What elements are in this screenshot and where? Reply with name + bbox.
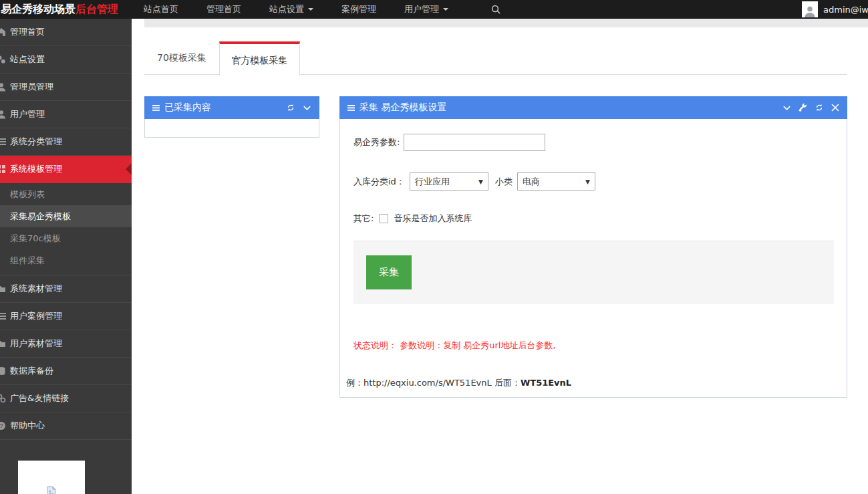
sidebar-item-label: 站点设置 [10, 54, 45, 64]
example-prefix: 例：http://eqxiu.com/s/WT51EvnL 后面： [346, 378, 521, 388]
sidebar-item-label: 管理首页 [10, 27, 45, 37]
example-line: 例：http://eqxiu.com/s/WT51EvnL 后面：WT51Evn… [346, 377, 571, 389]
user-icon [0, 82, 6, 92]
active-item-arrow-icon [126, 163, 132, 175]
topnav-admin-home[interactable]: 管理首页 [206, 3, 241, 15]
wrench-icon[interactable] [799, 104, 807, 112]
submenu-item-collect-eqxiu[interactable]: 采集易企秀模板 [0, 205, 132, 227]
sidebar-item-user-material[interactable]: 用户素材管理 [0, 330, 132, 358]
gears-icon [0, 55, 6, 64]
submenu-item-component-collect[interactable]: 组件采集 [0, 249, 132, 271]
hamburger-icon [152, 105, 160, 111]
category-label: 入库分类id： [353, 176, 405, 188]
eqxiu-param-input[interactable] [404, 134, 545, 151]
sidebar-item-user-case[interactable]: 用户案例管理 [0, 303, 132, 330]
svg-text:?: ? [0, 422, 3, 429]
category-row: 入库分类id： 行业应用 ▼ 小类 电商 ▼ [353, 172, 595, 191]
other-label: 其它: [353, 213, 374, 225]
sidebar-item-system-category[interactable]: 系统分类管理 [0, 128, 132, 156]
sidebar-item-label: 广告&友情链接 [10, 393, 69, 403]
refresh-icon[interactable] [815, 103, 824, 112]
eqxiu-template-settings-header: 采集 易企秀模板设置 [339, 96, 847, 119]
help-icon: ? [0, 421, 6, 430]
panel-header-actions [782, 96, 839, 119]
collect-button[interactable]: 采集 [366, 255, 412, 289]
category-select[interactable]: 行业应用 ▼ [410, 172, 488, 191]
eqxiu-template-settings-body: 易企秀参数: 入库分类id： 行业应用 ▼ 小类 电商 ▼ 其它: 音乐是否加入… [339, 119, 847, 398]
sidebar-item-label: 系统分类管理 [10, 136, 62, 146]
status-description: 状态说明： 参数说明：复制 易企秀url地址后台参数, [353, 340, 556, 352]
eqxiu-param-row: 易企秀参数: [353, 134, 545, 151]
sidebar-item-label: 用户案例管理 [10, 311, 62, 321]
list-icon [0, 312, 6, 321]
submit-section: 采集 [353, 241, 834, 304]
topnav-site-home[interactable]: 站点首页 [144, 3, 178, 15]
submenu-item-collect-70c[interactable]: 采集70c模板 [0, 227, 132, 249]
topnav-label: 站点设置 [269, 4, 304, 14]
sidebar-item-label: 管理员管理 [10, 82, 53, 92]
example-code: WT51EvnL [521, 378, 571, 388]
home-icon [0, 27, 6, 37]
tab-70-template-collect[interactable]: 70模板采集 [144, 41, 219, 75]
panel-title: 已采集内容 [164, 102, 211, 114]
submenu-item-template-list[interactable]: 模板列表 [0, 183, 132, 205]
folder-icon [0, 284, 6, 293]
avatar[interactable] [802, 1, 818, 17]
sidebar-item-help-center[interactable]: ? 帮助中心 [0, 412, 132, 440]
select-caret-icon: ▼ [478, 178, 483, 185]
chevron-down-icon [443, 8, 448, 11]
topnav-case-management[interactable]: 案例管理 [341, 3, 376, 15]
logo-suffix: 后台管理 [76, 3, 118, 15]
list-icon [0, 137, 6, 146]
eqxiu-template-settings-panel: 采集 易企秀模板设置 易企秀参数: 入库分类id： 行业应用 ▼ [339, 96, 847, 398]
sidebar-item-admin-management[interactable]: 管理员管理 [0, 74, 132, 101]
broken-image-icon [46, 486, 57, 494]
music-checkbox[interactable] [379, 214, 388, 223]
sidebar-item-admin-home[interactable]: 管理首页 [0, 19, 132, 46]
logo-brand: 易企秀移动场景 [1, 3, 76, 15]
panel-title: 采集 易企秀模板设置 [359, 102, 446, 114]
collected-content-panel-header: 已采集内容 [144, 96, 319, 119]
collapse-icon[interactable] [782, 104, 791, 112]
select-caret-icon: ▼ [585, 178, 590, 185]
sidebar-item-label: 用户素材管理 [10, 338, 62, 348]
music-checkbox-label: 音乐是否加入系统库 [394, 213, 472, 225]
collected-content-body [144, 119, 319, 138]
sidebar-item-system-template[interactable]: 系统模板管理 [0, 156, 132, 183]
database-icon [0, 366, 6, 376]
sidebar-item-label: 系统素材管理 [10, 283, 62, 293]
sidebar-item-site-settings[interactable]: 站点设置 [0, 46, 132, 74]
hamburger-icon [347, 105, 355, 111]
tab-official-template-collect[interactable]: 官方模板采集 [219, 41, 300, 76]
sidebar: 管理首页 站点设置 管理员管理 用户管理 系统分类管理 系统模板管理 模板列表 … [0, 19, 132, 494]
sidebar-item-label: 数据库备份 [10, 366, 53, 376]
other-options-row: 其它: 音乐是否加入系统库 [353, 213, 472, 225]
tab-bar: 70模板采集 官方模板采集 [144, 41, 847, 75]
collapse-icon[interactable] [303, 104, 311, 112]
close-icon[interactable] [831, 104, 839, 112]
topnav-label: 用户管理 [404, 4, 439, 14]
username: admin@iws [823, 5, 868, 15]
link-icon [0, 394, 6, 403]
topnav-site-settings[interactable]: 站点设置 [269, 3, 313, 15]
panel-header-actions [286, 96, 311, 119]
sidebar-item-label: 帮助中心 [10, 420, 45, 430]
subcategory-select[interactable]: 电商 ▼ [517, 172, 595, 191]
sidebar-item-label: 系统模板管理 [10, 164, 62, 174]
sidebar-item-db-backup[interactable]: 数据库备份 [0, 358, 132, 385]
topbar: 易企秀移动场景后台管理 站点首页 管理首页 站点设置 案例管理 用户管理 adm… [0, 0, 868, 19]
sidebar-item-label: 用户管理 [10, 109, 45, 119]
subcategory-label: 小类 [495, 176, 513, 188]
sidebar-item-system-material[interactable]: 系统素材管理 [0, 275, 132, 303]
search-icon[interactable] [491, 5, 500, 14]
refresh-icon[interactable] [286, 103, 295, 112]
app-logo: 易企秀移动场景后台管理 [1, 0, 118, 19]
subcategory-selected-value: 电商 [523, 176, 540, 188]
category-selected-value: 行业应用 [415, 176, 450, 188]
sidebar-item-user-management[interactable]: 用户管理 [0, 101, 132, 128]
content-top-strip [144, 19, 868, 27]
collected-content-panel: 已采集内容 [144, 96, 319, 138]
topnav-user-management[interactable]: 用户管理 [404, 3, 448, 15]
sidebar-item-ads-links[interactable]: 广告&友情链接 [0, 385, 132, 412]
template-submenu: 模板列表 采集易企秀模板 采集70c模板 组件采集 [0, 183, 132, 271]
